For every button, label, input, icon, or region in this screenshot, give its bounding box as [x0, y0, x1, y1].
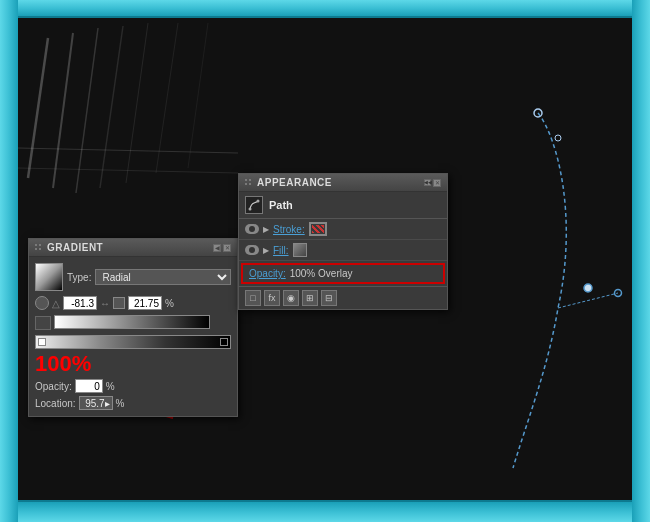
app-tool-circle[interactable]: ◉: [283, 290, 299, 306]
app-tool-remove[interactable]: ⊟: [321, 290, 337, 306]
angle-delta-icon: △: [52, 298, 60, 309]
stroke-preview-inner: [312, 225, 324, 233]
appearance-panel: APPEARANCE ◀◀ ✕ Pa: [238, 173, 448, 310]
path-icon: [245, 196, 263, 214]
angle-icon: [35, 296, 49, 310]
app-tool-fx[interactable]: fx: [264, 290, 280, 306]
bezel-right: [632, 0, 650, 522]
fill-label[interactable]: Fill:: [273, 245, 289, 256]
bezel-top: [0, 0, 650, 18]
svg-line-0: [28, 38, 48, 178]
svg-line-4: [126, 23, 148, 183]
gradient-opacity-row: Opacity: %: [35, 379, 231, 393]
fill-visibility-icon[interactable]: [245, 245, 259, 255]
appearance-controls: ◀◀ ✕: [424, 179, 441, 187]
panel-controls: ◀ ✕: [213, 244, 231, 252]
path-label: Path: [269, 199, 293, 211]
angle-input[interactable]: [63, 296, 97, 310]
svg-point-11: [584, 284, 592, 292]
svg-point-10: [555, 135, 561, 141]
svg-line-5: [156, 23, 178, 173]
app-tool-square[interactable]: □: [245, 290, 261, 306]
appearance-close-btn[interactable]: ✕: [433, 179, 441, 187]
svg-line-12: [558, 293, 618, 308]
gradient-panel-collapse[interactable]: ◀: [213, 244, 221, 252]
opacity-input[interactable]: [75, 379, 103, 393]
gradient-bar-bottom: [35, 335, 231, 349]
aspect-icon: ↔: [100, 298, 110, 309]
big-percent-text: 100%: [35, 353, 231, 375]
gradient-type-row: Type: Radial Linear: [35, 263, 231, 291]
gradient-bar-track[interactable]: [54, 315, 210, 329]
aspect-box: [113, 297, 125, 309]
gradient-swatch[interactable]: [35, 263, 63, 291]
opacity-highlight-row: Opacity: 100% Overlay: [241, 263, 445, 284]
appearance-panel-titlebar[interactable]: APPEARANCE ◀◀ ✕: [239, 174, 447, 192]
appearance-content: Path ▶ Stroke: ▶ Fill:: [239, 192, 447, 309]
appearance-panel-title: APPEARANCE: [257, 177, 332, 188]
gradient-panel-titlebar[interactable]: GRADIENT ◀ ✕: [29, 239, 237, 257]
aspect-input[interactable]: [128, 296, 162, 310]
opacity-row-value: 100% Overlay: [290, 268, 353, 279]
svg-point-9: [534, 109, 542, 117]
gradient-panel-content: Type: Radial Linear △ ↔ %: [29, 257, 237, 416]
stroke-visibility-icon[interactable]: [245, 224, 259, 234]
canvas-background: GRADIENT ◀ ✕ Type: Radial Linear: [0, 0, 650, 522]
bezel-bottom: [0, 500, 650, 522]
aspect-unit: %: [165, 298, 174, 309]
opacity-label: Opacity:: [35, 381, 72, 392]
fill-expand-icon[interactable]: ▶: [263, 246, 269, 255]
stroke-row: ▶ Stroke:: [239, 219, 447, 240]
svg-line-3: [100, 26, 123, 188]
stroke-label[interactable]: Stroke:: [273, 224, 305, 235]
gradient-panel: GRADIENT ◀ ✕ Type: Radial Linear: [28, 238, 238, 417]
location-label: Location:: [35, 398, 76, 409]
type-label: Type:: [67, 272, 91, 283]
gradient-location-row: Location: %: [35, 396, 231, 410]
svg-line-7: [18, 148, 238, 153]
svg-point-17: [257, 200, 260, 203]
appearance-grip-icon: [245, 179, 253, 187]
angle-row: △ ↔ %: [35, 296, 231, 310]
type-select[interactable]: Radial Linear: [95, 269, 231, 285]
fill-row: ▶ Fill:: [239, 240, 447, 261]
appearance-collapse-btn[interactable]: ◀◀: [424, 179, 431, 186]
gradient-stop-left[interactable]: [38, 338, 46, 346]
panel-grip-icon: [35, 244, 43, 252]
bezel-left: [0, 0, 18, 522]
type-selector-row: Type: Radial Linear: [67, 269, 231, 285]
app-tool-add[interactable]: ⊞: [302, 290, 318, 306]
opacity-row-label[interactable]: Opacity:: [249, 268, 286, 279]
location-unit: %: [116, 398, 125, 409]
fill-preview[interactable]: [293, 243, 307, 257]
path-header-row: Path: [239, 192, 447, 219]
content-area: GRADIENT ◀ ✕ Type: Radial Linear: [18, 18, 632, 500]
svg-line-1: [53, 33, 73, 188]
svg-line-2: [76, 28, 98, 193]
svg-point-13: [615, 290, 622, 297]
location-input[interactable]: [79, 396, 113, 410]
opacity-unit: %: [106, 381, 115, 392]
stroke-preview[interactable]: [309, 222, 327, 236]
svg-line-8: [18, 168, 238, 173]
gradient-panel-close[interactable]: ✕: [223, 244, 231, 252]
gradient-stop-right[interactable]: [220, 338, 228, 346]
gradient-options-btn[interactable]: [35, 316, 51, 330]
gradient-bar-area: [35, 315, 231, 331]
appearance-toolbar: □ fx ◉ ⊞ ⊟: [239, 286, 447, 309]
svg-line-6: [188, 23, 208, 168]
gradient-panel-title: GRADIENT: [47, 242, 103, 253]
stroke-expand-icon[interactable]: ▶: [263, 225, 269, 234]
svg-point-16: [249, 208, 252, 211]
